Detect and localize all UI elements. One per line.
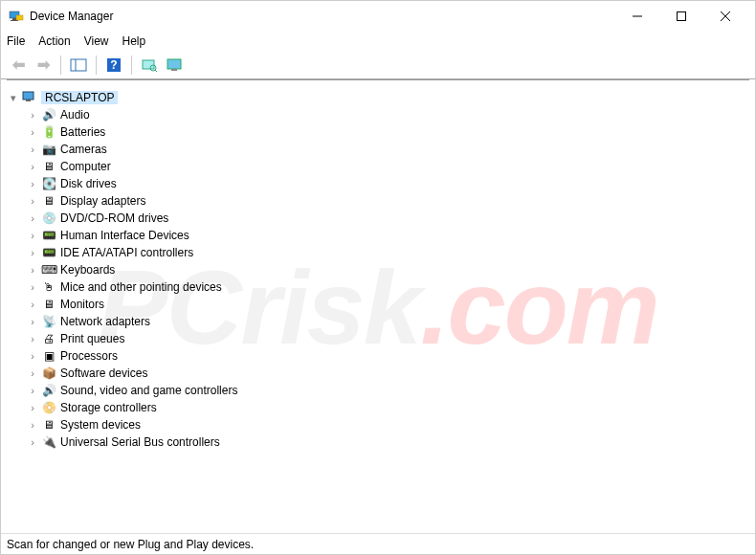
- tree-node[interactable]: ›🖨Print queues: [9, 330, 747, 347]
- device-manager-window: Device Manager File Action View Help ⬅ ➡…: [0, 0, 756, 555]
- tree-node[interactable]: ›📟Human Interface Devices: [9, 227, 747, 244]
- tree-root-node[interactable]: ▾ RCSLAPTOP: [9, 89, 747, 106]
- help-button[interactable]: ?: [102, 54, 125, 77]
- device-category-icon: 🖥: [41, 297, 56, 312]
- chevron-right-icon[interactable]: ›: [28, 127, 37, 138]
- close-button[interactable]: [703, 1, 747, 32]
- device-category-icon: 📟: [41, 228, 56, 243]
- svg-text:?: ?: [110, 58, 117, 72]
- chevron-right-icon[interactable]: ›: [28, 265, 37, 276]
- root-label[interactable]: RCSLAPTOP: [41, 91, 118, 104]
- chevron-right-icon[interactable]: ›: [28, 282, 37, 293]
- device-category-icon: 🔌: [41, 434, 56, 450]
- chevron-right-icon[interactable]: ›: [28, 317, 37, 327]
- device-category-icon: 🔋: [41, 124, 56, 140]
- tree-node-label[interactable]: Processors: [60, 349, 118, 363]
- tree-node-label[interactable]: IDE ATA/ATAPI controllers: [60, 246, 193, 259]
- minimize-button[interactable]: [615, 1, 659, 32]
- device-category-icon: 🖥: [41, 159, 56, 174]
- tree-node[interactable]: ›🖥Monitors: [9, 296, 747, 313]
- tree-node-label[interactable]: Monitors: [60, 298, 104, 311]
- toolbar-separator: [60, 56, 61, 75]
- device-category-icon: 💿: [41, 211, 56, 226]
- chevron-right-icon[interactable]: ›: [28, 144, 37, 155]
- svg-rect-17: [23, 92, 33, 100]
- toolbar-separator: [96, 56, 97, 75]
- chevron-right-icon[interactable]: ›: [28, 420, 37, 431]
- tree-node[interactable]: ›🔌Universal Serial Bus controllers: [9, 433, 747, 451]
- chevron-right-icon[interactable]: ›: [28, 179, 37, 189]
- device-category-icon: 🔊: [41, 383, 56, 398]
- window-controls: [615, 1, 747, 32]
- chevron-right-icon[interactable]: ›: [28, 368, 37, 379]
- show-hide-tree-button[interactable]: [67, 54, 90, 77]
- device-category-icon: 📀: [41, 400, 56, 415]
- scan-hardware-button[interactable]: [138, 54, 161, 77]
- tree-node-label[interactable]: Universal Serial Bus controllers: [60, 435, 220, 449]
- tree-node-label[interactable]: Batteries: [60, 125, 105, 139]
- device-tree[interactable]: PCrisk.com ▾ RCSLAPTOP ›🔊Audio›🔋Batterie…: [1, 79, 755, 533]
- tree-node-label[interactable]: Display adapters: [60, 194, 145, 208]
- tree-node[interactable]: ›📟IDE ATA/ATAPI controllers: [9, 244, 747, 261]
- tree-node[interactable]: ›📀Storage controllers: [9, 399, 747, 416]
- menu-file[interactable]: File: [7, 34, 25, 48]
- menubar: File Action View Help: [1, 32, 755, 51]
- chevron-right-icon[interactable]: ›: [28, 386, 37, 396]
- tree-node-label[interactable]: DVD/CD-ROM drives: [60, 211, 168, 225]
- tree-node[interactable]: ›💿DVD/CD-ROM drives: [9, 210, 747, 227]
- back-button[interactable]: ⬅: [7, 54, 30, 77]
- device-category-icon: ▣: [41, 348, 56, 364]
- monitor-button[interactable]: [163, 54, 186, 77]
- device-category-icon: 🖥: [41, 193, 56, 209]
- tree-node-label[interactable]: Mice and other pointing devices: [60, 280, 222, 294]
- chevron-down-icon[interactable]: ▾: [9, 93, 18, 103]
- tree-node-label[interactable]: Keyboards: [60, 263, 115, 277]
- tree-node-label[interactable]: Disk drives: [60, 177, 117, 190]
- tree-node[interactable]: ›⌨Keyboards: [9, 261, 747, 278]
- titlebar: Device Manager: [1, 1, 755, 32]
- tree-node[interactable]: ›🖥System devices: [9, 416, 747, 433]
- device-category-icon: 🔊: [41, 107, 56, 122]
- tree-node-label[interactable]: Software devices: [60, 366, 147, 380]
- chevron-right-icon[interactable]: ›: [28, 162, 37, 172]
- toolbar: ⬅ ➡ ?: [1, 51, 755, 79]
- tree-node-label[interactable]: Sound, video and game controllers: [60, 384, 237, 397]
- tree-node[interactable]: ›🔋Batteries: [9, 123, 747, 141]
- chevron-right-icon[interactable]: ›: [28, 403, 37, 413]
- chevron-right-icon[interactable]: ›: [28, 437, 37, 448]
- tree-node-label[interactable]: Human Interface Devices: [60, 229, 189, 242]
- chevron-right-icon[interactable]: ›: [28, 334, 37, 344]
- tree-node-label[interactable]: Computer: [60, 160, 111, 173]
- chevron-right-icon[interactable]: ›: [28, 110, 37, 121]
- tree-node-label[interactable]: Cameras: [60, 143, 107, 156]
- menu-view[interactable]: View: [84, 34, 109, 48]
- maximize-button[interactable]: [659, 1, 703, 32]
- tree-node-label[interactable]: Audio: [60, 108, 90, 122]
- tree-node[interactable]: ›💽Disk drives: [9, 175, 747, 192]
- tree-node[interactable]: ›🔊Sound, video and game controllers: [9, 382, 747, 399]
- chevron-right-icon[interactable]: ›: [28, 213, 37, 224]
- tree-node[interactable]: ›🖱Mice and other pointing devices: [9, 278, 747, 296]
- tree-node[interactable]: ›🖥Display adapters: [9, 192, 747, 210]
- chevron-right-icon[interactable]: ›: [28, 231, 37, 241]
- menu-action[interactable]: Action: [38, 34, 70, 48]
- tree-node[interactable]: ›🔊Audio: [9, 106, 747, 123]
- svg-rect-18: [26, 100, 31, 101]
- tree-node[interactable]: ›📡Network adapters: [9, 313, 747, 330]
- chevron-right-icon[interactable]: ›: [28, 300, 37, 310]
- tree-node[interactable]: ›▣Processors: [9, 347, 747, 365]
- tree-node[interactable]: ›📷Cameras: [9, 141, 747, 158]
- chevron-right-icon[interactable]: ›: [28, 248, 37, 258]
- forward-button[interactable]: ➡: [32, 54, 55, 77]
- tree-node-label[interactable]: System devices: [60, 418, 141, 432]
- device-category-icon: 📷: [41, 142, 56, 157]
- menu-help[interactable]: Help: [122, 34, 146, 48]
- chevron-right-icon[interactable]: ›: [28, 196, 37, 207]
- tree-node-label[interactable]: Storage controllers: [60, 401, 157, 414]
- chevron-right-icon[interactable]: ›: [28, 351, 37, 362]
- tree-node[interactable]: ›📦Software devices: [9, 365, 747, 382]
- svg-rect-5: [678, 12, 686, 21]
- tree-node[interactable]: ›🖥Computer: [9, 158, 747, 175]
- tree-node-label[interactable]: Network adapters: [60, 315, 150, 328]
- tree-node-label[interactable]: Print queues: [60, 332, 124, 345]
